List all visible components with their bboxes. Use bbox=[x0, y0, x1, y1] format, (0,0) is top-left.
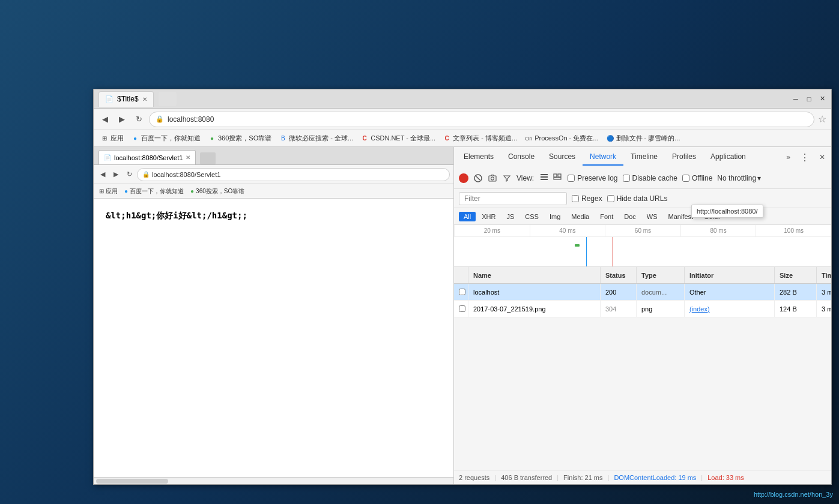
row-name-1: localhost bbox=[468, 284, 601, 300]
hide-data-urls-checkbox[interactable] bbox=[607, 195, 614, 202]
scroll-thumb[interactable] bbox=[96, 479, 168, 484]
requests-count: 2 requests bbox=[459, 474, 489, 481]
timeline-ruler: 20 ms 40 ms 60 ms 80 ms 100 ms bbox=[454, 225, 831, 237]
type-btn-all[interactable]: All bbox=[459, 212, 476, 221]
type-btn-ws[interactable]: WS bbox=[642, 212, 662, 221]
table-row[interactable]: localhost 200 docum... Other 282 B bbox=[454, 284, 831, 301]
network-toolbar: View: bbox=[454, 167, 831, 189]
bookmark-processon[interactable]: On ProcessOn - 免费在... bbox=[521, 133, 601, 144]
devtools-menu-btn[interactable]: ⋮ bbox=[796, 149, 813, 166]
inner-new-tab[interactable] bbox=[200, 152, 216, 164]
bookmark-apps[interactable]: ⊞ 应用 bbox=[97, 133, 127, 144]
record-btn[interactable] bbox=[459, 173, 468, 183]
row-check-2[interactable] bbox=[459, 305, 465, 312]
tab-profiles[interactable]: Profiles bbox=[665, 149, 703, 166]
devtools-close-btn[interactable]: ✕ bbox=[816, 151, 829, 164]
th-status[interactable]: Status bbox=[601, 267, 637, 283]
type-btn-img[interactable]: Img bbox=[545, 212, 565, 221]
table-header: Name Status Type Initiator Size Time Wat… bbox=[454, 267, 831, 284]
ruler-mark-20: 20 ms bbox=[454, 225, 530, 236]
inner-bookmark-apps[interactable]: ⊞ 应用 bbox=[96, 186, 121, 197]
inner-bookmark-360[interactable]: ● 360搜索，SO靠谱 bbox=[187, 186, 247, 197]
refresh-btn[interactable]: ↻ bbox=[132, 113, 145, 126]
bookmark-csdn[interactable]: C CSDN.NET - 全球最... bbox=[357, 133, 438, 144]
tab-close-btn[interactable]: ✕ bbox=[142, 96, 147, 103]
tab-console[interactable]: Console bbox=[501, 149, 542, 166]
table-row[interactable]: 2017-03-07_221519.png 304 png (index) 12… bbox=[454, 301, 831, 317]
browser-window: 📄 $Title$ ✕ ─ □ ✕ ◀ ▶ ↻ 🔒 localhost:8080… bbox=[93, 89, 832, 485]
type-btn-js[interactable]: JS bbox=[501, 212, 519, 221]
bookmark-liaoxuefeng[interactable]: 🔵 删除文件 - 廖雪峰的... bbox=[603, 133, 683, 144]
type-btn-doc[interactable]: Doc bbox=[619, 212, 641, 221]
new-tab-btn[interactable] bbox=[159, 92, 177, 106]
minimize-btn[interactable]: ─ bbox=[792, 95, 800, 103]
row-initiator-1: Other bbox=[685, 284, 775, 300]
browser-tab[interactable]: 📄 $Title$ ✕ bbox=[98, 91, 154, 107]
disable-cache-checkbox[interactable] bbox=[623, 175, 630, 182]
bookmark-article[interactable]: C 文章列表 - 博客频道... bbox=[440, 133, 520, 144]
more-tabs-btn[interactable]: » bbox=[783, 151, 794, 164]
row-status-1: 200 bbox=[601, 284, 637, 300]
tab-timeline[interactable]: Timeline bbox=[623, 149, 665, 166]
tab-elements[interactable]: Elements bbox=[456, 149, 501, 166]
list-view-btn[interactable] bbox=[539, 172, 550, 184]
th-initiator[interactable]: Initiator bbox=[685, 267, 775, 283]
regex-checkbox[interactable] bbox=[572, 195, 579, 202]
clear-btn[interactable] bbox=[473, 173, 483, 183]
forward-btn[interactable]: ▶ bbox=[115, 113, 129, 126]
row-checkbox-1[interactable] bbox=[454, 284, 468, 300]
inner-tab[interactable]: 📄 localhost:8080/Servlet1 ✕ bbox=[98, 150, 196, 164]
inner-forward-btn[interactable]: ▶ bbox=[111, 169, 121, 180]
devtools-tab-bar: Elements Console Sources Network Timelin… bbox=[454, 147, 831, 167]
tab-sources[interactable]: Sources bbox=[542, 149, 583, 166]
type-btn-css[interactable]: CSS bbox=[520, 212, 544, 221]
group-view-btn[interactable] bbox=[552, 172, 563, 184]
timeline-area: 20 ms 40 ms 60 ms 80 ms 100 ms bbox=[454, 225, 831, 267]
th-name[interactable]: Name bbox=[468, 267, 601, 283]
type-btn-xhr[interactable]: XHR bbox=[477, 212, 500, 221]
th-checkbox bbox=[454, 267, 468, 283]
th-time[interactable]: Time bbox=[817, 267, 831, 283]
bookmark-baidu[interactable]: ● 百度一下，你就知道 bbox=[128, 133, 204, 144]
row-checkbox-2[interactable] bbox=[454, 301, 468, 317]
preserve-log-checkbox[interactable] bbox=[568, 175, 575, 182]
row-time-1: 3 ms bbox=[817, 284, 831, 300]
tooltip-text: http://localhost:8080/ bbox=[697, 208, 758, 215]
camera-icon bbox=[488, 174, 497, 182]
filter-icon bbox=[503, 174, 511, 182]
status-bar: 2 requests | 406 B transferred | Finish:… bbox=[454, 470, 831, 484]
inner-refresh-btn[interactable]: ↻ bbox=[124, 169, 135, 180]
page-icon: 📄 bbox=[105, 95, 114, 103]
camera-btn[interactable] bbox=[488, 173, 497, 183]
offline-checkbox[interactable] bbox=[682, 175, 689, 182]
type-btn-media[interactable]: Media bbox=[566, 212, 594, 221]
lxf-icon: 🔵 bbox=[606, 134, 614, 143]
inner-address-input[interactable]: 🔒 localhost:8080/Servlet1 bbox=[137, 168, 450, 181]
throttle-arrow: ▾ bbox=[757, 174, 761, 182]
address-input[interactable]: 🔒 localhost:8080 bbox=[149, 112, 814, 127]
close-btn[interactable]: ✕ bbox=[818, 95, 826, 103]
row-check-1[interactable] bbox=[459, 289, 465, 295]
inner-tab-close[interactable]: ✕ bbox=[186, 154, 190, 161]
tab-application[interactable]: Application bbox=[703, 149, 753, 166]
regex-checkbox-row: Regex bbox=[572, 194, 602, 203]
inner-back-btn[interactable]: ◀ bbox=[97, 169, 108, 180]
svg-rect-4 bbox=[541, 174, 548, 175]
scroll-area[interactable] bbox=[94, 477, 453, 484]
back-btn[interactable]: ◀ bbox=[98, 113, 112, 126]
tab-network[interactable]: Network bbox=[583, 149, 623, 166]
clear-icon bbox=[474, 174, 482, 182]
maximize-btn[interactable]: □ bbox=[805, 95, 813, 103]
inner-bookmark-baidu[interactable]: ● 百度一下，你就知道 bbox=[121, 186, 187, 197]
th-type[interactable]: Type bbox=[637, 267, 685, 283]
type-btn-font[interactable]: Font bbox=[595, 212, 618, 221]
filter-btn[interactable] bbox=[502, 173, 512, 183]
th-size[interactable]: Size bbox=[775, 267, 817, 283]
bookmark-360[interactable]: ● 360搜索，SO靠谱 bbox=[205, 133, 274, 144]
bookmark-bing[interactable]: B 微软必应搜索 - 全球... bbox=[276, 133, 356, 144]
bookmark-star-btn[interactable]: ☆ bbox=[818, 113, 826, 125]
baidu-icon: ● bbox=[131, 134, 139, 143]
filter-input[interactable] bbox=[459, 192, 567, 205]
list-view-icon bbox=[540, 173, 548, 181]
throttle-dropdown[interactable]: No throttling ▾ bbox=[717, 174, 761, 182]
